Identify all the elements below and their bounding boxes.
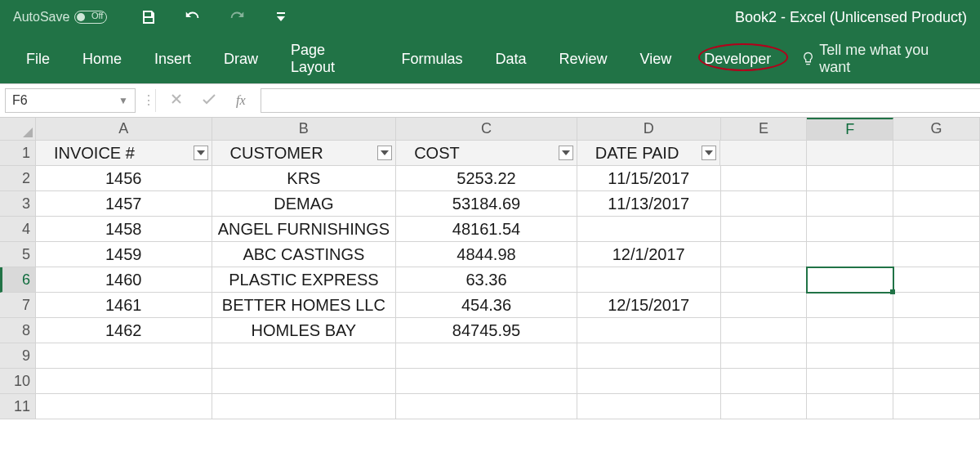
cell-D11[interactable] <box>577 394 721 419</box>
row-header-11[interactable]: 11 <box>0 394 36 419</box>
cell-F7[interactable] <box>807 293 893 318</box>
cell-A2[interactable]: 1456 <box>36 166 212 191</box>
cell-C6[interactable]: 63.36 <box>396 267 577 293</box>
filter-dropdown-icon[interactable] <box>702 146 716 160</box>
row-header-9[interactable]: 9 <box>0 343 36 369</box>
cell-F6[interactable] <box>807 267 893 293</box>
enter-icon[interactable] <box>202 93 216 108</box>
cell-A3[interactable]: 1457 <box>36 191 212 217</box>
tab-insert[interactable]: Insert <box>153 49 193 69</box>
row-header-1[interactable]: 1 <box>0 141 36 166</box>
cell-E3[interactable] <box>721 191 808 217</box>
cell-A1[interactable]: INVOICE # <box>36 141 212 166</box>
cell-G4[interactable] <box>893 217 980 242</box>
cell-E4[interactable] <box>721 217 808 242</box>
cell-C5[interactable]: 4844.98 <box>396 242 577 267</box>
cell-B11[interactable] <box>212 394 397 419</box>
cell-A5[interactable]: 1459 <box>36 242 212 267</box>
row-header-4[interactable]: 4 <box>0 217 36 242</box>
cell-B9[interactable] <box>212 343 397 369</box>
cell-A8[interactable]: 1462 <box>36 318 212 343</box>
cell-F3[interactable] <box>807 191 893 217</box>
redo-icon[interactable] <box>228 8 246 26</box>
tell-me-search[interactable]: Tell me what you want <box>802 42 956 76</box>
cell-E8[interactable] <box>721 318 808 343</box>
cell-D7[interactable]: 12/15/2017 <box>577 293 721 318</box>
tab-file[interactable]: File <box>24 49 51 69</box>
cell-B5[interactable]: ABC CASTINGS <box>212 242 397 267</box>
undo-icon[interactable] <box>184 8 202 26</box>
row-header-6[interactable]: 6 <box>0 267 36 293</box>
cancel-icon[interactable] <box>171 93 182 108</box>
cell-G11[interactable] <box>893 394 980 419</box>
cell-A10[interactable] <box>36 369 212 394</box>
column-header-E[interactable]: E <box>721 118 808 141</box>
cell-F11[interactable] <box>807 394 893 419</box>
cell-C10[interactable] <box>396 369 577 394</box>
cell-B3[interactable]: DEMAG <box>212 191 397 217</box>
cell-B8[interactable]: HOMLES BAY <box>212 318 397 343</box>
row-header-2[interactable]: 2 <box>0 166 36 191</box>
cell-D4[interactable] <box>577 217 721 242</box>
formula-input[interactable] <box>261 88 980 113</box>
cell-C3[interactable]: 53184.69 <box>396 191 577 217</box>
cell-F4[interactable] <box>807 217 893 242</box>
cell-C8[interactable]: 84745.95 <box>396 318 577 343</box>
cell-F8[interactable] <box>807 318 893 343</box>
cell-D1[interactable]: DATE PAID <box>577 141 721 166</box>
cell-G5[interactable] <box>893 242 980 267</box>
cell-F10[interactable] <box>807 369 893 394</box>
cell-A7[interactable]: 1461 <box>36 293 212 318</box>
column-header-A[interactable]: A <box>36 118 212 141</box>
column-header-G[interactable]: G <box>893 118 980 141</box>
cell-F1[interactable] <box>807 141 893 166</box>
cell-F9[interactable] <box>807 343 893 369</box>
tab-developer[interactable]: Developer <box>702 49 773 69</box>
cell-D5[interactable]: 12/1/2017 <box>577 242 721 267</box>
cell-E9[interactable] <box>721 343 808 369</box>
column-header-F[interactable]: F <box>807 118 893 141</box>
spreadsheet-grid[interactable]: ABCDEFG 1INVOICE #CUSTOMERCOSTDATE PAID2… <box>0 118 980 419</box>
cell-G2[interactable] <box>893 166 980 191</box>
cell-E6[interactable] <box>721 267 808 293</box>
tab-draw[interactable]: Draw <box>222 49 260 69</box>
row-header-8[interactable]: 8 <box>0 318 36 343</box>
cell-E10[interactable] <box>721 369 808 394</box>
select-all-corner[interactable] <box>0 118 36 141</box>
cell-C2[interactable]: 5253.22 <box>396 166 577 191</box>
cell-B6[interactable]: PLASTIC EXPRESS <box>212 267 397 293</box>
cell-G6[interactable] <box>893 267 980 293</box>
cell-B2[interactable]: KRS <box>212 166 397 191</box>
tab-page-layout[interactable]: Page Layout <box>289 40 370 78</box>
cell-D3[interactable]: 11/13/2017 <box>577 191 721 217</box>
cell-A9[interactable] <box>36 343 212 369</box>
cell-A4[interactable]: 1458 <box>36 217 212 242</box>
cell-B4[interactable]: ANGEL FURNISHINGS <box>212 217 397 242</box>
cell-B7[interactable]: BETTER HOMES LLC <box>212 293 397 318</box>
cell-E11[interactable] <box>721 394 808 419</box>
cell-C4[interactable]: 48161.54 <box>396 217 577 242</box>
cell-G10[interactable] <box>893 369 980 394</box>
cell-F2[interactable] <box>807 166 893 191</box>
row-header-7[interactable]: 7 <box>0 293 36 318</box>
cell-B10[interactable] <box>212 369 397 394</box>
row-header-3[interactable]: 3 <box>0 191 36 217</box>
cell-G3[interactable] <box>893 191 980 217</box>
cell-A6[interactable]: 1460 <box>36 267 212 293</box>
cell-D6[interactable] <box>577 267 721 293</box>
tab-home[interactable]: Home <box>81 49 123 69</box>
cell-D9[interactable] <box>577 343 721 369</box>
cell-E2[interactable] <box>721 166 808 191</box>
autosave-toggle[interactable]: AutoSave Off <box>13 10 107 25</box>
row-header-10[interactable]: 10 <box>0 369 36 394</box>
customize-qat-icon[interactable] <box>272 8 290 26</box>
tab-data[interactable]: Data <box>493 49 528 69</box>
save-icon[interactable] <box>140 8 158 26</box>
cell-C11[interactable] <box>396 394 577 419</box>
cell-A11[interactable] <box>36 394 212 419</box>
cell-G9[interactable] <box>893 343 980 369</box>
filter-dropdown-icon[interactable] <box>559 146 573 160</box>
cell-D2[interactable]: 11/15/2017 <box>577 166 721 191</box>
cell-G7[interactable] <box>893 293 980 318</box>
filter-dropdown-icon[interactable] <box>377 146 392 160</box>
